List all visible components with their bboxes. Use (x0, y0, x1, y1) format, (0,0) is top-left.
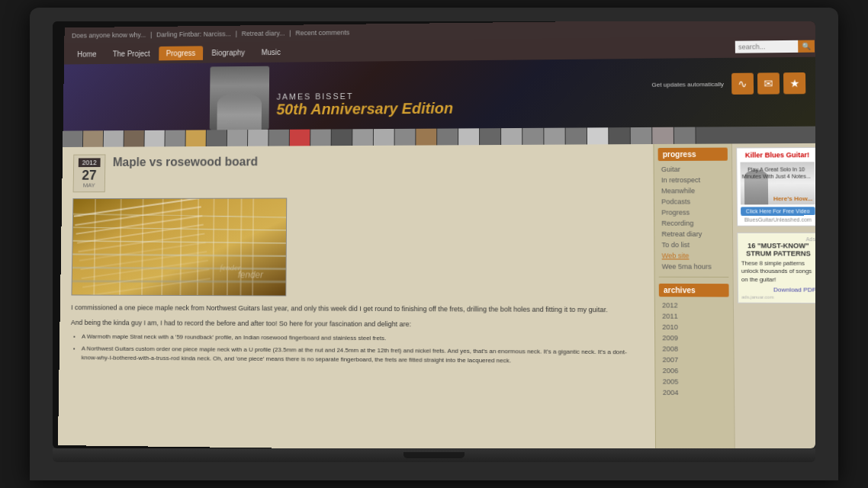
ad-box-1: Killer Blues Guitar! Play A Great Solo I… (736, 147, 815, 226)
share-icon[interactable]: ★ (783, 72, 805, 94)
thumb-9[interactable] (227, 130, 248, 146)
progress-sidebar: progress Guitar In retrospect Meanwhile … (653, 143, 734, 448)
laptop-notch (403, 452, 465, 458)
thumb-25[interactable] (566, 127, 587, 144)
nav-biography[interactable]: Biography (204, 45, 252, 59)
sidebar-link-meanwhile[interactable]: Meanwhile (658, 185, 728, 196)
ad1-image: Play A Great Solo In 10 Minutes With Jus… (740, 162, 815, 204)
top-bar-separator3: | (289, 30, 291, 37)
ad-box-2: Ads 16 "MUST-KNOW" STRUM PATTERNS These … (737, 233, 815, 304)
thumb-13[interactable] (310, 129, 332, 146)
guitar-image: fender (71, 198, 287, 297)
date-month: MAY (78, 182, 100, 189)
thumb-12[interactable] (290, 130, 311, 146)
thumb-19[interactable] (437, 128, 458, 145)
thumb-28[interactable] (631, 127, 653, 144)
thumb-14[interactable] (332, 129, 353, 146)
nav-search-area: 🔍 (735, 40, 815, 53)
sidebar-link-wee-sma-hours[interactable]: Wee 5ma hours (659, 261, 729, 271)
thumb-26[interactable] (587, 127, 609, 144)
svg-line-15 (72, 268, 287, 269)
thumb-22[interactable] (501, 128, 522, 145)
thumb-17[interactable] (395, 129, 416, 146)
progress-sidebar-title: progress (658, 148, 728, 162)
sidebar-link-in-retrospect[interactable]: In retrospect (658, 175, 728, 185)
ad2-ads-label: Ads (741, 236, 815, 242)
header-subtitle: 50th Anniversary Edition (276, 100, 453, 118)
archive-2009[interactable]: 2009 (659, 332, 729, 344)
screen-bezel: Does anyone know why... | Darling Fintba… (53, 21, 815, 448)
thumb-7[interactable] (185, 130, 206, 146)
thumb-23[interactable] (522, 128, 544, 145)
date-badge: 2012 27 MAY (73, 154, 106, 192)
archive-2007[interactable]: 2007 (659, 355, 729, 366)
date-day: 27 (78, 169, 100, 182)
sidebar-link-podcasts[interactable]: Podcasts (658, 196, 728, 207)
thumb-4[interactable] (124, 130, 145, 147)
website: Does anyone know why... | Darling Fintba… (58, 21, 815, 448)
top-bar-text4: Recent comments (295, 29, 349, 37)
nav-home[interactable]: Home (70, 47, 104, 61)
thumb-18[interactable] (416, 129, 437, 146)
sidebar-link-recording[interactable]: Recording (658, 218, 728, 229)
date-year: 2012 (79, 158, 101, 167)
nav-project[interactable]: The Project (105, 46, 157, 60)
thumb-24[interactable] (544, 128, 565, 145)
header-icons: Get updates automatically ∿ ✉ ★ (651, 72, 805, 95)
thumb-10[interactable] (248, 130, 268, 146)
thumb-27[interactable] (609, 127, 631, 144)
ad-area: Killer Blues Guitar! Play A Great Solo I… (731, 143, 815, 448)
nav-music[interactable]: Music (254, 45, 288, 59)
ad1-tagline: Here's How... (773, 195, 813, 202)
archive-2006[interactable]: 2006 (659, 365, 729, 377)
sidebar-link-to-do-list[interactable]: To do list (658, 239, 728, 250)
thumb-2[interactable] (83, 130, 104, 147)
thumb-8[interactable] (207, 130, 227, 146)
ad2-download-link[interactable]: Download PDF (741, 287, 815, 294)
thumb-6[interactable] (165, 130, 185, 147)
archive-2010[interactable]: 2010 (659, 322, 729, 333)
thumb-11[interactable] (268, 130, 290, 146)
thumb-5[interactable] (144, 130, 165, 147)
archives-section: archives 2012 2011 2010 2009 2008 2007 2… (659, 284, 730, 399)
bookmark-icon[interactable]: ✉ (757, 72, 780, 94)
rss-icon[interactable]: ∿ (731, 73, 754, 95)
sidebar-link-progress[interactable]: Progress (658, 207, 728, 217)
thumb-1[interactable] (63, 130, 83, 147)
thumb-30[interactable] (674, 127, 696, 144)
header-portrait (210, 66, 269, 130)
list-item-2: A Northwest Guitars custom order one pie… (82, 345, 643, 367)
thumb-3[interactable] (104, 130, 124, 147)
thumb-20[interactable] (458, 128, 480, 145)
laptop-outer: Does anyone know why... | Darling Fintba… (30, 8, 838, 480)
article-area: 2012 27 MAY Maple vs rosewood board (58, 144, 655, 448)
archive-2005[interactable]: 2005 (660, 376, 730, 387)
main-content: 2012 27 MAY Maple vs rosewood board (58, 143, 815, 448)
search-button[interactable]: 🔍 (798, 40, 815, 53)
thumb-15[interactable] (352, 129, 374, 146)
ad1-subtitle: Play A Great Solo In 10 Minutes With Jus… (742, 166, 811, 179)
ad2-title: 16 "MUST-KNOW" STRUM PATTERNS (741, 242, 815, 257)
sidebar-link-guitar[interactable]: Guitar (658, 164, 728, 175)
sidebar-divider (659, 277, 729, 278)
search-input[interactable] (735, 40, 799, 53)
archives-title: archives (659, 284, 729, 297)
nav-progress[interactable]: Progress (159, 46, 203, 60)
thumb-16[interactable] (374, 129, 395, 146)
laptop-base (53, 448, 815, 462)
article-list: A Warmoth maple Strat neck with a '59 ro… (70, 332, 643, 367)
archive-2011[interactable]: 2011 (659, 310, 729, 322)
archive-2004[interactable]: 2004 (660, 387, 730, 399)
archive-2008[interactable]: 2008 (659, 343, 729, 355)
header-update-text: Get updates automatically (651, 80, 724, 88)
ad2-body: These 8 simple patterns unlock thousands… (741, 259, 815, 284)
archive-2012[interactable]: 2012 (659, 300, 729, 311)
thumb-29[interactable] (652, 127, 674, 144)
sidebar-link-retreat-diary[interactable]: Retreat diary (658, 229, 728, 239)
ad1-button[interactable]: Click Here For Free Video (741, 207, 815, 215)
header-text: JAMES BISSET 50th Anniversary Edition (276, 91, 453, 118)
article-paragraph2: And being the kinda guy I am, I had to r… (71, 317, 643, 330)
top-bar-separator2: | (236, 30, 237, 37)
thumb-21[interactable] (480, 128, 501, 145)
sidebar-link-web-site[interactable]: Web site (658, 250, 728, 261)
